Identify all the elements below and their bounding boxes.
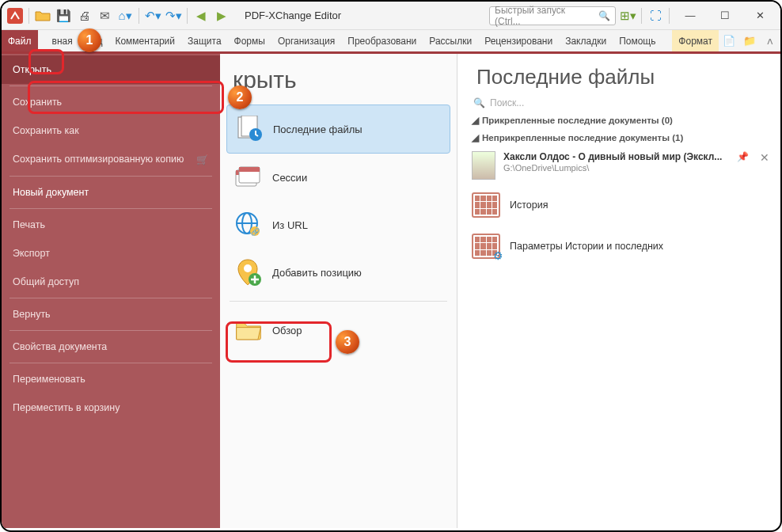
sidebar-item-save-optimized[interactable]: Сохранить оптимизированную копию🛒	[2, 145, 220, 174]
history-params-label: Параметры Истории и последних	[510, 241, 663, 252]
tab-mail[interactable]: Рассылки	[423, 30, 478, 51]
nav-fwd-icon[interactable]: ▶	[213, 7, 230, 25]
svg-text:🔗: 🔗	[251, 227, 260, 237]
nav-back-icon[interactable]: ◀	[192, 7, 210, 25]
add-place-icon	[234, 258, 263, 287]
source-recent-files[interactable]: Последние файлы	[226, 104, 450, 154]
tab-convert[interactable]: Преобразовани	[341, 30, 423, 51]
close-button[interactable]: ✕	[744, 2, 776, 30]
sidebar-item-print[interactable]: Печать	[2, 211, 220, 239]
recent-heading: Последние файлы	[465, 57, 776, 94]
sidebar-item-new-document[interactable]: Новый документ	[2, 178, 220, 207]
svg-rect-0	[7, 8, 23, 24]
source-browse-label: Обзор	[272, 325, 302, 336]
source-add-place[interactable]: Добавить позицию	[226, 249, 450, 296]
sessions-icon	[234, 163, 263, 192]
svg-rect-7	[239, 167, 260, 172]
sidebar-item-save[interactable]: Сохранить	[2, 88, 220, 116]
remove-recent-icon[interactable]: ✕	[760, 151, 769, 164]
globe-icon: 🔗	[234, 211, 263, 239]
print-icon[interactable]: 🖨	[75, 7, 93, 25]
sidebar-item-rename[interactable]: Переименовать	[2, 365, 220, 393]
sidebar-item-export[interactable]: Экспорт	[2, 239, 220, 268]
app-icon	[6, 7, 24, 25]
quick-access-toolbar: 💾 🖨 ✉ ⌂▾ ↶▾ ↷▾ ◀ ▶ PDF-XChange Editor Бы…	[2, 2, 780, 30]
sidebar-item-document-properties[interactable]: Свойства документа	[2, 332, 220, 361]
history-label: История	[510, 200, 548, 211]
source-from-url[interactable]: 🔗 Из URL	[226, 201, 450, 249]
sidebar-item-save-as[interactable]: Сохранить как	[2, 116, 220, 145]
find-folder-icon[interactable]: 📁	[739, 30, 760, 51]
collapse-icon: ◢	[472, 115, 479, 126]
history-option[interactable]: История	[465, 184, 776, 226]
save-icon[interactable]: 💾	[55, 7, 72, 25]
calendar-icon	[472, 192, 500, 218]
file-menu-sidebar: Открыть Сохранить Сохранить как Сохранит…	[2, 54, 220, 528]
tab-view[interactable]: Вид	[79, 30, 109, 51]
recent-files-pane: Последние файлы 🔍 Поиск... ◢Прикрепленны…	[457, 54, 780, 528]
open-heading: крыть	[226, 63, 450, 104]
scan-icon[interactable]: ⌂▾	[116, 7, 134, 25]
cart-icon: 🛒	[196, 154, 209, 165]
ui-options-icon[interactable]: ⊞▾	[619, 7, 636, 25]
sidebar-item-revert[interactable]: Вернуть	[2, 300, 220, 329]
redo-icon[interactable]: ↷▾	[165, 7, 182, 25]
collapse-icon: ◢	[472, 132, 479, 143]
recent-file-path: G:\OneDrive\Lumpics\	[503, 163, 589, 173]
undo-icon[interactable]: ↶▾	[144, 7, 161, 25]
tab-help[interactable]: Помощь	[613, 30, 662, 51]
tab-format[interactable]: Формат	[672, 30, 719, 51]
source-from-url-label: Из URL	[272, 219, 308, 231]
sidebar-item-move-to-trash[interactable]: Переместить в корзину	[2, 393, 220, 422]
recent-file-name: Хаксли Олдос - О дивный новый мир (Экскл…	[503, 151, 722, 162]
recent-search[interactable]: 🔍 Поиск...	[465, 94, 776, 112]
mail-icon[interactable]: ✉	[96, 7, 113, 25]
recent-file-item[interactable]: Хаксли Олдос - О дивный новый мир (Экскл…	[465, 146, 776, 184]
search-icon: 🔍	[598, 10, 610, 21]
source-sessions[interactable]: Сессии	[226, 154, 450, 201]
sidebar-item-share[interactable]: Общий доступ	[2, 268, 220, 296]
find-file-icon[interactable]: 📄	[719, 30, 739, 51]
window-title: PDF-XChange Editor	[245, 10, 341, 21]
recent-files-icon	[235, 115, 264, 143]
recent-search-placeholder: Поиск...	[490, 97, 524, 108]
history-params-option[interactable]: Параметры Истории и последних	[465, 226, 776, 267]
sidebar-item-open[interactable]: Открыть	[2, 55, 220, 84]
maximize-button[interactable]: ☐	[709, 2, 741, 30]
source-add-place-label: Добавить позицию	[272, 267, 362, 279]
group-pinned[interactable]: ◢Прикрепленные последние документы (0)	[465, 112, 776, 129]
svg-point-13	[244, 264, 252, 272]
fullscreen-icon[interactable]: ⛶	[647, 7, 664, 25]
source-browse[interactable]: Обзор	[226, 306, 450, 354]
file-thumbnail-icon	[472, 151, 495, 180]
open-sources-column: крыть Последние файлы Сессии 🔗 Из URL	[220, 54, 457, 528]
folder-icon	[234, 316, 263, 344]
pin-icon[interactable]: 📌	[737, 151, 749, 162]
ribbon-tabs: Файл вная Вид Комментарий Защита Формы О…	[2, 30, 780, 54]
tab-organize[interactable]: Организация	[271, 30, 341, 51]
quick-launch-placeholder: Быстрый запуск (Ctrl...	[495, 5, 594, 27]
tab-file[interactable]: Файл	[2, 30, 38, 51]
source-recent-files-label: Последние файлы	[273, 124, 363, 135]
tab-comments[interactable]: Комментарий	[108, 30, 181, 51]
tab-review[interactable]: Рецензировани	[478, 30, 559, 51]
open-folder-icon[interactable]	[34, 7, 51, 25]
collapse-ribbon-icon[interactable]: ʌ	[760, 30, 780, 51]
tab-home[interactable]: вная	[38, 30, 79, 51]
minimize-button[interactable]: —	[674, 2, 706, 30]
calendar-settings-icon	[472, 234, 500, 259]
tab-forms[interactable]: Формы	[228, 30, 271, 51]
group-unpinned[interactable]: ◢Неприкрепленные последние документы (1)	[465, 129, 776, 146]
quick-launch-search[interactable]: Быстрый запуск (Ctrl... 🔍	[489, 6, 616, 25]
search-icon: 🔍	[473, 97, 485, 108]
tab-protect[interactable]: Защита	[181, 30, 228, 51]
tab-bookmarks[interactable]: Закладки	[559, 30, 613, 51]
source-sessions-label: Сессии	[272, 172, 307, 184]
